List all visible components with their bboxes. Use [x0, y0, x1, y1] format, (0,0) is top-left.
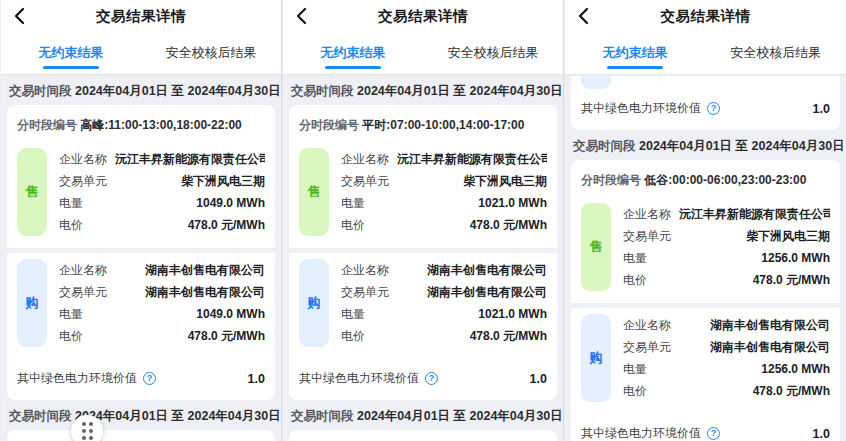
buy-badge: 购 [581, 314, 611, 402]
green-value: 1.0 [530, 372, 547, 386]
active-tab-underline [43, 66, 99, 69]
tab-security-check[interactable]: 安全校核后结果 [423, 32, 563, 74]
price-row: 电价478.0 元/MWh [623, 269, 830, 291]
segment-row: 分时段编号 低谷:00:00-06:00,23:00-23:00 [581, 172, 830, 189]
price-row: 电价478.0 元/MWh [341, 214, 547, 236]
sell-badge: 售 [581, 203, 611, 291]
tab-unconstrained[interactable]: 无约束结果 [1, 32, 141, 74]
page-title: 交易结果详情 [96, 7, 186, 26]
next-card-stub [289, 430, 557, 441]
green-value-row: 其中绿色电力环境价值 ? 1.0 [17, 359, 265, 400]
green-value: 1.0 [813, 102, 830, 116]
energy-row: 电量1021.0 MWh [341, 303, 547, 325]
green-value-row: 其中绿色电力环境价值 ? 1.0 [581, 414, 830, 441]
back-icon[interactable] [575, 7, 593, 25]
help-icon[interactable]: ? [707, 427, 720, 440]
trade-unit-row: 交易单元柴下洲风电三期 [623, 225, 830, 247]
results-scroll-area[interactable]: 交易时间段 2024年04月01日 至 2024年04月30日 分时段编号 高峰… [1, 75, 281, 441]
tab-bar: 无约束结果 安全校核后结果 [283, 32, 563, 75]
tab-unconstrained[interactable]: 无约束结果 [565, 32, 706, 74]
trade-unit-row: 交易单元湖南丰创售电有限公司 [623, 336, 830, 358]
results-scroll-area[interactable]: 交易时间段 2024年04月01日 至 2024年04月30日 分时段编号 平时… [283, 75, 563, 441]
sell-badge: 售 [299, 148, 329, 236]
active-tab-underline [325, 66, 381, 69]
price-row: 电价478.0 元/MWh [59, 214, 265, 236]
help-icon[interactable]: ? [707, 102, 720, 115]
tab-security-check[interactable]: 安全校核后结果 [141, 32, 281, 74]
energy-row: 电量1049.0 MWh [59, 192, 265, 214]
drag-handle-icon[interactable] [71, 415, 103, 441]
panel-valley-period: 交易结果详情 无约束结果 安全校核后结果 其中绿色电力环境价值 ? 1.0 交易… [564, 0, 846, 441]
app-bar: 交易结果详情 [565, 0, 846, 32]
tab-bar: 无约束结果 安全校核后结果 [1, 32, 281, 75]
energy-row: 电量1256.0 MWh [623, 358, 830, 380]
buy-badge: 购 [299, 259, 329, 347]
trade-unit-row: 交易单元柴下洲风电三期 [59, 170, 265, 192]
result-card-peak: 分时段编号 高峰:11:00-13:00,18:00-22:00 售 企业名称沅… [7, 105, 275, 400]
help-icon[interactable]: ? [425, 372, 438, 385]
app-bar: 交易结果详情 [283, 0, 563, 32]
trade-unit-row: 交易单元湖南丰创售电有限公司 [59, 281, 265, 303]
trade-period-row: 交易时间段 2024年04月01日 至 2024年04月30日 [573, 138, 838, 155]
results-scroll-area[interactable]: 其中绿色电力环境价值 ? 1.0 交易时间段 2024年04月01日 至 202… [565, 75, 846, 441]
next-trade-period-row: 交易时间段 2024年04月01日 至 2024年04月30日 [9, 408, 273, 425]
sell-block: 售 企业名称沅江丰昇新能源有限责任公司 交易单元柴下洲风电三期 电量1021.0… [299, 142, 547, 248]
trade-period-row: 交易时间段 2024年04月01日 至 2024年04月30日 [291, 83, 555, 100]
green-value-row: 其中绿色电力环境价值 ? 1.0 [299, 359, 547, 400]
screens-strip: 交易结果详情 无约束结果 安全校核后结果 交易时间段 2024年04月01日 至… [0, 0, 846, 441]
page-title: 交易结果详情 [378, 7, 468, 26]
buy-badge-stub [581, 76, 611, 89]
company-row: 企业名称湖南丰创售电有限公司 [59, 259, 265, 281]
trade-period-row: 交易时间段 2024年04月01日 至 2024年04月30日 [9, 83, 273, 100]
help-icon[interactable]: ? [143, 372, 156, 385]
energy-row: 电量1256.0 MWh [623, 247, 830, 269]
company-row: 企业名称沅江丰昇新能源有限责任公司 [341, 148, 547, 170]
tab-bar: 无约束结果 安全校核后结果 [565, 32, 846, 75]
price-row: 电价478.0 元/MWh [341, 325, 547, 347]
buy-block: 购 企业名称湖南丰创售电有限公司 交易单元湖南丰创售电有限公司 电量1256.0… [581, 308, 830, 414]
next-card-stub [7, 430, 275, 441]
price-row: 电价478.0 元/MWh [623, 380, 830, 402]
result-card-flat: 分时段编号 平时:07:00-10:00,14:00-17:00 售 企业名称沅… [289, 105, 557, 400]
company-row: 企业名称湖南丰创售电有限公司 [341, 259, 547, 281]
tab-security-check[interactable]: 安全校核后结果 [706, 32, 846, 74]
buy-block: 购 企业名称湖南丰创售电有限公司 交易单元湖南丰创售电有限公司 电量1021.0… [299, 253, 547, 359]
price-row: 电价478.0 元/MWh [59, 325, 265, 347]
panel-peak-period: 交易结果详情 无约束结果 安全校核后结果 交易时间段 2024年04月01日 至… [0, 0, 282, 441]
green-value: 1.0 [248, 372, 265, 386]
sell-badge: 售 [17, 148, 47, 236]
sell-block: 售 企业名称沅江丰昇新能源有限责任公司 交易单元柴下洲风电三期 电量1256.0… [581, 197, 830, 303]
page-title: 交易结果详情 [661, 7, 751, 26]
app-bar: 交易结果详情 [1, 0, 281, 32]
segment-row: 分时段编号 平时:07:00-10:00,14:00-17:00 [299, 117, 547, 134]
trade-unit-row: 交易单元湖南丰创售电有限公司 [341, 281, 547, 303]
green-value-row: 其中绿色电力环境价值 ? 1.0 [581, 89, 830, 130]
trade-unit-row: 交易单元柴下洲风电三期 [341, 170, 547, 192]
energy-row: 电量1021.0 MWh [341, 192, 547, 214]
back-icon[interactable] [293, 7, 311, 25]
company-row: 企业名称湖南丰创售电有限公司 [623, 314, 830, 336]
result-card-valley: 分时段编号 低谷:00:00-06:00,23:00-23:00 售 企业名称沅… [571, 160, 840, 441]
tab-unconstrained[interactable]: 无约束结果 [283, 32, 423, 74]
company-row: 企业名称沅江丰昇新能源有限责任公司 [59, 148, 265, 170]
company-row: 企业名称沅江丰昇新能源有限责任公司 [623, 203, 830, 225]
active-tab-underline [607, 66, 663, 69]
buy-badge: 购 [17, 259, 47, 347]
energy-row: 电量1049.0 MWh [59, 303, 265, 325]
next-trade-period-row: 交易时间段 2024年04月01日 至 2024年04月30日 [291, 408, 555, 425]
segment-row: 分时段编号 高峰:11:00-13:00,18:00-22:00 [17, 117, 265, 134]
buy-block: 购 企业名称湖南丰创售电有限公司 交易单元湖南丰创售电有限公司 电量1049.0… [17, 253, 265, 359]
panel-flat-period: 交易结果详情 无约束结果 安全校核后结果 交易时间段 2024年04月01日 至… [282, 0, 564, 441]
sell-block: 售 企业名称沅江丰昇新能源有限责任公司 交易单元柴下洲风电三期 电量1049.0… [17, 142, 265, 248]
green-value: 1.0 [813, 427, 830, 441]
previous-card-tail: 其中绿色电力环境价值 ? 1.0 [571, 76, 840, 130]
back-icon[interactable] [11, 7, 29, 25]
